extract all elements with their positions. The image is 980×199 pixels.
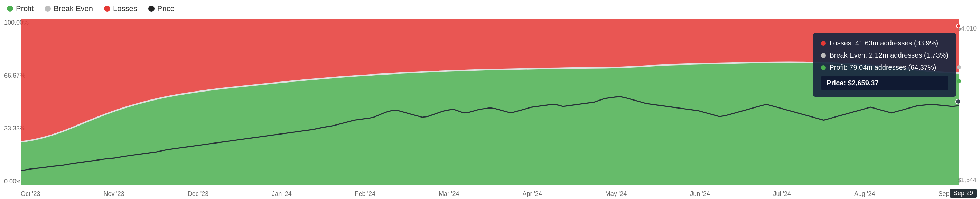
tooltip-price-value: $2,659.37 [848, 79, 879, 87]
tooltip-losses-row: Losses: 41.63m addresses (33.9%) [821, 39, 948, 47]
legend-losses-label: Losses [113, 4, 137, 13]
price-dot-green-edge [957, 79, 961, 83]
tooltip-profit-dot [821, 65, 826, 70]
price-label-bottom: $1,544 [958, 177, 977, 184]
last-date-label: Sep 29 [950, 189, 977, 197]
tooltip-price-row: Price: $2,659.37 [821, 75, 948, 90]
price-dot-legend [148, 6, 154, 12]
x-label-feb24: Feb '24 [355, 190, 375, 197]
legend-losses: Losses [104, 4, 137, 13]
x-label-jul24: Jul '24 [773, 190, 791, 197]
tooltip-profit-row: Profit: 79.04m addresses (64.37%) [821, 63, 948, 71]
chart-legend: Profit Break Even Losses Price [7, 4, 175, 13]
tooltip-box: Losses: 41.63m addresses (33.9%) Break E… [813, 33, 956, 97]
price-dot-red-edge [956, 24, 961, 29]
tooltip-losses-dot [821, 41, 826, 46]
x-label-oct23: Oct '23 [21, 190, 40, 197]
tooltip-breakeven-dot [821, 53, 826, 58]
chart-container: Profit Break Even Losses Price 100.00% 6… [0, 0, 980, 199]
x-label-aug24: Aug '24 [854, 190, 875, 197]
legend-profit: Profit [7, 4, 33, 13]
profit-dot [7, 6, 13, 12]
x-label-apr24: Apr '24 [522, 190, 542, 197]
legend-price: Price [148, 4, 175, 13]
tooltip-losses-text: Losses: 41.63m addresses (33.9%) [829, 39, 938, 47]
x-axis-labels: Oct '23 Nov '23 Dec '23 Jan '24 Feb '24 … [21, 190, 959, 197]
x-label-nov23: Nov '23 [103, 190, 124, 197]
legend-breakeven: Break Even [45, 4, 93, 13]
price-dot-dark-edge [955, 99, 961, 104]
tooltip-profit-text: Profit: 79.04m addresses (64.37%) [829, 63, 936, 71]
x-label-dec23: Dec '23 [188, 190, 208, 197]
legend-profit-label: Profit [16, 4, 33, 13]
tooltip-breakeven-row: Break Even: 2.12m addresses (1.73%) [821, 51, 948, 59]
tooltip-price-label: Price: [827, 79, 846, 87]
losses-dot [104, 6, 110, 12]
legend-breakeven-label: Break Even [54, 4, 93, 13]
legend-price-label: Price [157, 4, 175, 13]
x-label-may24: May '24 [605, 190, 627, 197]
breakeven-dot [45, 6, 51, 12]
x-label-jan24: Jan '24 [272, 190, 291, 197]
price-dot-gray-edge [957, 65, 961, 69]
x-label-mar24: Mar '24 [439, 190, 459, 197]
x-label-jun24: Jun '24 [690, 190, 710, 197]
tooltip-breakeven-text: Break Even: 2.12m addresses (1.73%) [829, 51, 948, 59]
